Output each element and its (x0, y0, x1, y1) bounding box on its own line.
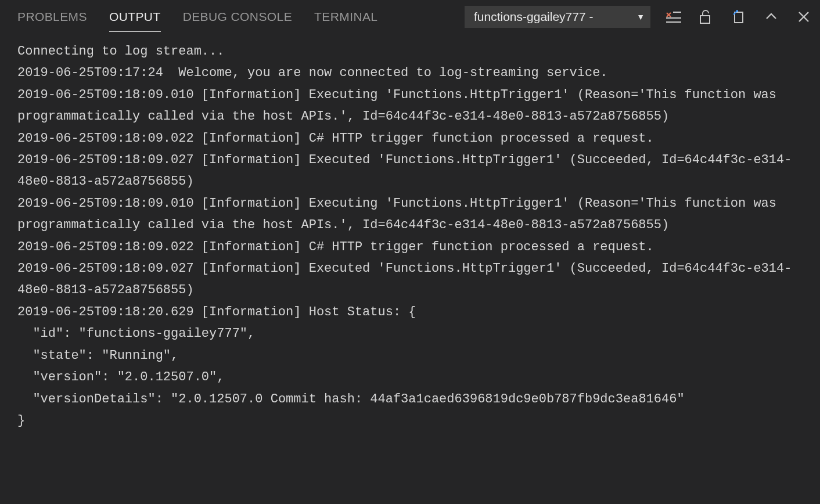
tab-terminal[interactable]: TERMINAL (314, 5, 377, 28)
bottom-panel: PROBLEMS OUTPUT DEBUG CONSOLE TERMINAL f… (0, 0, 820, 504)
close-panel-icon[interactable] (796, 9, 812, 25)
svg-rect-6 (735, 12, 743, 23)
panel-actions (666, 9, 812, 25)
open-log-file-icon[interactable] (731, 9, 747, 25)
dropdown-selected-label: functions-ggailey777 - (474, 10, 593, 24)
lock-open-icon[interactable] (698, 9, 714, 25)
chevron-down-icon: ▼ (636, 12, 645, 21)
tab-output[interactable]: OUTPUT (109, 5, 161, 28)
output-channel-dropdown[interactable]: functions-ggailey777 - ▼ (465, 6, 650, 28)
collapse-panel-icon[interactable] (763, 9, 779, 25)
tab-problems[interactable]: PROBLEMS (17, 5, 87, 28)
panel-tabs: PROBLEMS OUTPUT DEBUG CONSOLE TERMINAL (17, 5, 377, 28)
tab-debug-console[interactable]: DEBUG CONSOLE (183, 5, 292, 28)
svg-rect-5 (700, 16, 710, 23)
output-content[interactable]: Connecting to log stream... 2019-06-25T0… (0, 34, 820, 504)
panel-tabbar: PROBLEMS OUTPUT DEBUG CONSOLE TERMINAL f… (0, 0, 820, 34)
clear-output-icon[interactable] (666, 9, 682, 25)
